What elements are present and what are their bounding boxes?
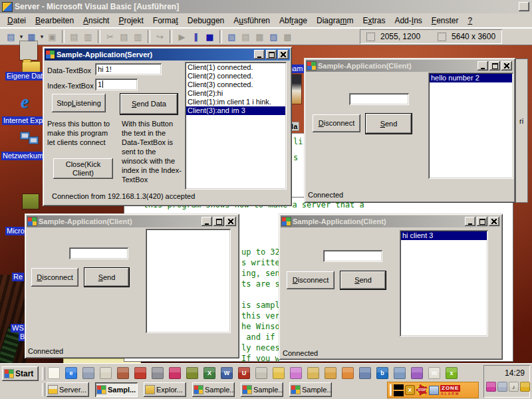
close-kick-client-button[interactable]: Close(Kick Client) xyxy=(53,158,113,179)
close-button-icon[interactable] xyxy=(225,217,236,226)
copy-icon[interactable]: ▤ xyxy=(117,30,131,43)
cut-icon[interactable]: ✂ xyxy=(103,30,117,43)
window-button-fragment[interactable] xyxy=(519,2,529,11)
password-lock-icon[interactable] xyxy=(520,382,530,392)
client-title-bar[interactable]: Sample-Application(Client) xyxy=(281,215,501,227)
client-title-bar[interactable]: Sample-Application(Client) xyxy=(306,60,513,72)
tools-icon[interactable] xyxy=(152,367,164,379)
toolbar-separator[interactable] xyxy=(148,30,150,43)
redo-icon[interactable]: ↪ xyxy=(153,30,167,43)
internet-explorer-icon[interactable]: e xyxy=(65,367,77,379)
menu-editor-icon[interactable]: ▣ xyxy=(45,30,59,43)
task-button-sample-active[interactable]: Sampl... xyxy=(95,382,138,397)
task-button-server[interactable]: Server... xyxy=(47,382,89,397)
msdn-icon[interactable]: m xyxy=(428,367,440,379)
menu-item[interactable]: Abfrage xyxy=(275,15,312,27)
minimize-button-icon[interactable] xyxy=(201,217,212,226)
list-item[interactable]: Client(1):im client 1 i hink. xyxy=(186,98,285,106)
client-listbox[interactable]: hi client 3 xyxy=(400,230,488,336)
client-textbox[interactable] xyxy=(69,247,128,259)
save-project-icon[interactable]: ▥ xyxy=(81,30,95,43)
add-project-icon[interactable]: ▤ xyxy=(4,30,18,43)
client-textbox[interactable] xyxy=(323,250,382,262)
menu-item[interactable]: ? xyxy=(464,15,477,27)
project-explorer-icon[interactable]: ▧ xyxy=(225,30,239,43)
data-view-icon[interactable]: ▩ xyxy=(281,30,295,43)
toolbox-icon[interactable]: ▨ xyxy=(267,30,281,43)
disconnect-button[interactable]: Disconnect xyxy=(287,271,334,289)
address-book-icon[interactable] xyxy=(134,367,146,379)
index-textbox[interactable]: 1 xyxy=(95,78,138,90)
media-player-icon[interactable]: U xyxy=(238,367,250,379)
toolbar-grip[interactable] xyxy=(390,384,392,396)
network-computers-icon[interactable] xyxy=(359,367,371,379)
task-button-sample[interactable]: Sample... xyxy=(289,382,332,397)
list-item[interactable]: hi client 3 xyxy=(401,231,487,240)
my-computer-icon[interactable] xyxy=(82,367,94,379)
menu-item[interactable]: Extras xyxy=(358,15,390,27)
client-title-bar[interactable]: Sample-Application(Client) xyxy=(27,215,237,227)
client-listbox[interactable]: hello number 2 xyxy=(428,72,513,179)
run-icon[interactable]: ▶ xyxy=(175,30,189,43)
b-app-icon[interactable]: b xyxy=(376,367,388,379)
server-listbox[interactable]: Client(1) connected.Client(2) connected.… xyxy=(185,62,287,190)
kazaa-icon[interactable]: x xyxy=(446,367,458,379)
update-reminder-icon[interactable] xyxy=(486,382,496,392)
internet-explorer-label[interactable]: Internet Exp xyxy=(2,116,44,125)
dropdown-arrow-icon[interactable]: ▾ xyxy=(39,30,45,43)
mail-icon[interactable] xyxy=(325,367,336,379)
minimize-button-icon[interactable] xyxy=(254,50,265,59)
close-button-icon[interactable] xyxy=(278,50,289,59)
menu-item[interactable]: Datei xyxy=(3,15,31,27)
pictures-icon[interactable] xyxy=(307,367,319,379)
task-button-sample[interactable]: Sample... xyxy=(192,382,235,397)
data-textbox[interactable]: hi 1! xyxy=(95,63,162,75)
display-settings-icon[interactable] xyxy=(497,382,507,392)
volume-icon[interactable]: ♪ xyxy=(509,382,519,392)
media-icon[interactable] xyxy=(169,367,181,379)
task-button-sample[interactable]: Sample... xyxy=(241,382,283,397)
folder-icon[interactable] xyxy=(273,367,285,379)
menu-item[interactable]: Bearbeiten xyxy=(31,15,78,27)
zonealarm-mail-icon[interactable] xyxy=(430,386,438,394)
stop-icon[interactable]: ■ xyxy=(203,30,217,43)
minimize-button-icon[interactable] xyxy=(477,61,488,70)
start-button[interactable]: Start xyxy=(2,366,39,381)
list-item[interactable]: Client(2):hi xyxy=(186,89,285,98)
my-documents-label[interactable]: Eigene Dat xyxy=(5,72,44,80)
task-button-explorer[interactable]: Explor... xyxy=(144,382,186,397)
list-item[interactable]: hello number 2 xyxy=(430,74,512,82)
zonealarm-logo[interactable]: ZONE ALARM xyxy=(440,385,460,396)
close-button-icon[interactable] xyxy=(489,217,499,226)
show-desktop-icon[interactable] xyxy=(100,367,112,379)
network-neighborhood-label[interactable]: Netzwerkumg xyxy=(1,152,49,160)
maximize-button-icon[interactable] xyxy=(489,61,500,70)
properties-window-icon[interactable]: ▤ xyxy=(239,30,253,43)
toolbar-separator[interactable] xyxy=(219,30,222,43)
toolbar-separator[interactable] xyxy=(62,30,65,43)
desktop-icon-fragment[interactable] xyxy=(23,194,39,209)
send-data-button[interactable]: Send Data xyxy=(120,94,178,114)
partial-icon-label[interactable]: WS xyxy=(11,324,25,332)
send-button[interactable]: Send xyxy=(366,114,412,134)
menu-item[interactable]: Debuggen xyxy=(183,15,229,27)
paint-icon[interactable] xyxy=(290,367,302,379)
zonealarm-lock-icon[interactable]: X xyxy=(406,386,414,394)
toolbar-separator[interactable] xyxy=(170,30,172,43)
menu-item[interactable]: Ausführen xyxy=(229,15,275,27)
close-button-icon[interactable] xyxy=(501,61,512,70)
partial-icon-label[interactable]: Re xyxy=(12,273,24,281)
menu-item[interactable]: Format xyxy=(148,15,183,27)
network-connection-icon[interactable] xyxy=(255,367,267,379)
menu-item[interactable]: Add-Ins xyxy=(390,15,426,27)
word-icon[interactable]: W xyxy=(221,367,233,379)
maximize-button-icon[interactable] xyxy=(213,217,224,226)
menu-item[interactable]: Ansicht xyxy=(78,15,114,27)
partial-icon-label[interactable]: Micro xyxy=(5,227,26,235)
minimize-button-icon[interactable] xyxy=(465,217,475,226)
tv-icon[interactable] xyxy=(411,367,423,379)
stop-listening-button[interactable]: Stop Listening xyxy=(52,94,106,112)
paste-icon[interactable]: ▥ xyxy=(131,30,145,43)
wordpad-icon[interactable] xyxy=(48,367,60,379)
client-listbox[interactable] xyxy=(146,229,231,333)
